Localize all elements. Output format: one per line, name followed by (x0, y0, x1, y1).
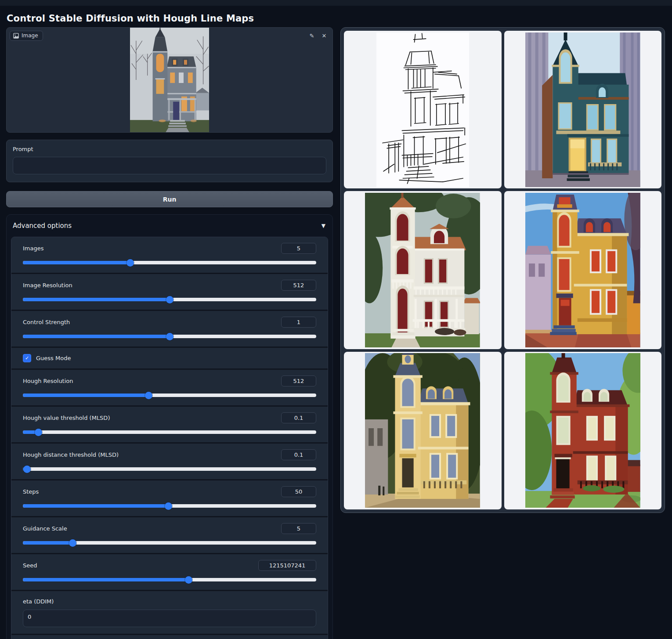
images-value-input[interactable]: 5 (281, 243, 316, 254)
hough-distance-threshold-slider[interactable] (23, 466, 316, 473)
control-label: Steps (23, 488, 39, 495)
controls-column: Image ✎ ✕ (6, 27, 333, 639)
slider-handle[interactable] (166, 296, 173, 303)
hough-resolution-value-input[interactable]: 512 (281, 375, 316, 386)
guidance-scale-slider[interactable] (23, 539, 316, 546)
slider-handle[interactable] (145, 392, 152, 399)
edit-image-button[interactable]: ✎ (307, 32, 316, 40)
slider-row-images: Images 5 (11, 237, 328, 274)
chevron-down-icon: ▼ (322, 223, 326, 229)
image-resolution-slider[interactable] (23, 296, 316, 303)
textbox-row-eta-ddim: eta (DDIM) (11, 591, 328, 635)
results-gallery (340, 27, 665, 513)
hough-line-map-image (376, 32, 469, 187)
gallery-item-gold-house[interactable] (344, 352, 502, 509)
run-button[interactable]: Run (6, 191, 333, 207)
control-label: Hough Resolution (23, 378, 73, 384)
control-label: Guidance Scale (23, 525, 67, 532)
gallery-item-teal-house[interactable] (504, 31, 662, 188)
clear-image-button[interactable]: ✕ (320, 32, 329, 40)
seed-slider[interactable] (23, 576, 316, 583)
prompt-panel: Prompt (6, 140, 333, 182)
control-label: Control Strength (23, 319, 70, 325)
hough-distance-threshold-value-input[interactable]: 0.1 (281, 449, 316, 460)
hough-value-threshold-slider[interactable] (23, 429, 316, 436)
advanced-options-header[interactable]: Advanced options ▼ (11, 218, 328, 237)
control-label: Guess Mode (36, 355, 71, 361)
control-label: Image Resolution (23, 282, 72, 289)
teal-house-image (525, 32, 640, 187)
control-label: Images (23, 245, 44, 252)
red-house-image (525, 353, 640, 508)
image-icon (13, 33, 19, 39)
slider-handle[interactable] (126, 259, 134, 267)
slider-handle[interactable] (35, 429, 42, 436)
control-label: Seed (23, 562, 37, 569)
yellow-house-image (525, 193, 640, 347)
image-toolbar: ✎ ✕ (307, 32, 329, 40)
slider-row-control-strength: Control Strength 1 (11, 311, 328, 348)
gold-house-image (365, 353, 480, 508)
slider-row-hough-distance-threshold: Hough distance threshold (MLSD) 0.1 (11, 444, 328, 480)
images-slider[interactable] (23, 259, 316, 266)
slider-handle[interactable] (185, 576, 192, 584)
slider-handle[interactable] (166, 333, 173, 340)
slider-row-image-resolution: Image Resolution 512 (11, 274, 328, 311)
slider-handle[interactable] (69, 539, 76, 547)
control-label: Hough value threshold (MLSD) (23, 415, 110, 421)
control-label: Hough distance threshold (MLSD) (23, 451, 119, 458)
steps-slider[interactable] (23, 502, 316, 509)
checkbox-row-guess-mode: Guess Mode (11, 348, 328, 370)
seed-value-input[interactable]: 1215107241 (258, 560, 316, 571)
top-window-strip (0, 0, 672, 6)
slider-handle[interactable] (23, 466, 31, 473)
white-house-image (365, 193, 480, 347)
slider-row-steps: Steps 50 (11, 480, 328, 517)
eta-ddim-textbox[interactable] (23, 610, 316, 627)
control-strength-slider[interactable] (23, 333, 316, 340)
gallery-item-white-house[interactable] (344, 191, 502, 349)
advanced-options-accordion: Advanced options ▼ Images 5 Image Resolu… (6, 214, 333, 639)
image-resolution-value-input[interactable]: 512 (281, 280, 316, 291)
image-input-label-chip: Image (10, 31, 43, 41)
control-label: eta (DDIM) (23, 598, 54, 605)
page-title: Control Stable Diffusion with Hough Line… (7, 13, 254, 24)
slider-row-hough-resolution: Hough Resolution 512 (11, 370, 328, 407)
gallery-item-hough-line-map[interactable] (344, 31, 502, 188)
image-input-label: Image (22, 32, 38, 39)
prompt-textbox[interactable] (13, 157, 326, 174)
prompt-label: Prompt (13, 146, 326, 152)
guidance-scale-value-input[interactable]: 5 (281, 523, 316, 534)
advanced-form: Images 5 Image Resolution 512 Control St… (11, 237, 328, 639)
gallery-item-yellow-house[interactable] (504, 191, 662, 349)
advanced-options-title: Advanced options (13, 222, 72, 230)
image-input-dropzone[interactable]: Image ✎ ✕ (6, 27, 333, 133)
hough-value-threshold-value-input[interactable]: 0.1 (281, 412, 316, 423)
control-strength-value-input[interactable]: 1 (281, 317, 316, 328)
hough-resolution-slider[interactable] (23, 392, 316, 399)
slider-handle[interactable] (165, 502, 172, 510)
textbox-row-added-prompt: Added Prompt (11, 635, 328, 639)
guess-mode-checkbox[interactable] (23, 354, 31, 362)
gallery-item-red-house[interactable] (504, 352, 662, 509)
slider-row-seed: Seed 1215107241 (11, 554, 328, 591)
slider-row-hough-value-threshold: Hough value threshold (MLSD) 0.1 (11, 407, 328, 444)
slider-row-guidance-scale: Guidance Scale 5 (11, 517, 328, 554)
uploaded-image (130, 28, 209, 132)
steps-value-input[interactable]: 50 (281, 486, 316, 497)
